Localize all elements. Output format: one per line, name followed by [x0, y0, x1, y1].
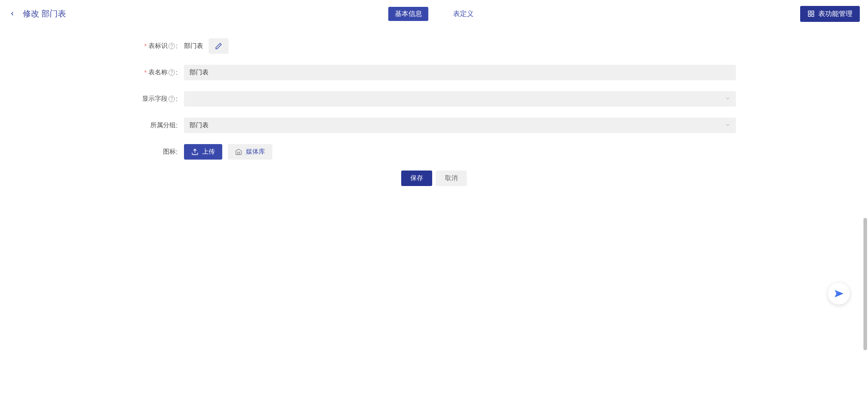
cancel-label: 取消: [445, 174, 458, 182]
name-input[interactable]: [184, 65, 736, 80]
row-icon: 图标 : 上传 媒体库: [132, 144, 736, 160]
send-icon: [834, 289, 844, 299]
save-label: 保存: [410, 174, 423, 182]
group-value[interactable]: [184, 118, 736, 133]
tab-bar: 基本信息 表定义: [388, 7, 480, 21]
cancel-button[interactable]: 取消: [436, 171, 467, 186]
upload-label: 上传: [202, 148, 215, 156]
row-display-field: 显示字段 ? :: [132, 91, 736, 107]
help-icon[interactable]: ?: [168, 43, 175, 49]
media-library-button[interactable]: 媒体库: [228, 144, 272, 160]
row-name: * 表名称 ? :: [132, 65, 736, 80]
colon: :: [176, 148, 178, 155]
save-button[interactable]: 保存: [401, 171, 432, 186]
help-icon[interactable]: ?: [168, 96, 175, 102]
edit-identifier-button[interactable]: [209, 38, 229, 54]
group-select[interactable]: [184, 118, 736, 133]
label-name-text: 表名称: [148, 68, 168, 77]
label-identifier-text: 表标识: [148, 42, 168, 50]
label-icon: 图标 :: [132, 148, 178, 156]
colon: :: [176, 42, 178, 50]
page-title: 修改 部门表: [23, 8, 66, 19]
form: * 表标识 ? : 部门表 * 表名称 ? : 显示字段 ? :: [132, 27, 736, 186]
assistant-fab[interactable]: [828, 283, 850, 305]
media-library-icon: [235, 148, 242, 155]
svg-rect-2: [808, 14, 811, 16]
label-group: 所属分组 :: [132, 121, 178, 129]
help-icon[interactable]: ?: [168, 69, 175, 76]
page-header: 修改 部门表 基本信息 表定义 表功能管理: [0, 0, 868, 27]
label-display-field-text: 显示字段: [142, 95, 168, 103]
label-identifier: * 表标识 ? :: [132, 42, 178, 50]
row-identifier: * 表标识 ? : 部门表: [132, 38, 736, 54]
colon: :: [176, 122, 178, 129]
row-group: 所属分组 :: [132, 118, 736, 133]
tab-basic-info[interactable]: 基本信息: [388, 7, 429, 21]
edit-icon: [215, 42, 222, 50]
scrollbar-thumb[interactable]: [863, 218, 867, 350]
svg-rect-0: [808, 11, 811, 13]
upload-icon: [191, 148, 199, 155]
label-group-text: 所属分组: [150, 121, 176, 129]
display-field-value[interactable]: [184, 91, 736, 107]
display-field-select[interactable]: [184, 91, 736, 107]
colon: :: [176, 69, 178, 76]
label-icon-text: 图标: [163, 148, 176, 156]
table-feature-manage-button[interactable]: 表功能管理: [800, 6, 860, 22]
identifier-value: 部门表: [184, 42, 203, 50]
upload-button[interactable]: 上传: [184, 144, 222, 160]
colon: :: [176, 95, 178, 103]
table-feature-manage-label: 表功能管理: [818, 10, 853, 18]
svg-rect-3: [812, 14, 814, 16]
scrollbar[interactable]: [863, 0, 867, 414]
tab-definition[interactable]: 表定义: [447, 7, 480, 21]
back-icon[interactable]: [8, 10, 16, 18]
label-name: * 表名称 ? :: [132, 68, 178, 77]
label-display-field: 显示字段 ? :: [132, 95, 178, 103]
grid-icon: [807, 10, 815, 17]
required-mark: *: [144, 69, 147, 76]
svg-rect-1: [812, 11, 814, 13]
media-library-label: 媒体库: [246, 148, 265, 156]
required-mark: *: [144, 42, 147, 50]
action-row: 保存 取消: [132, 171, 736, 186]
